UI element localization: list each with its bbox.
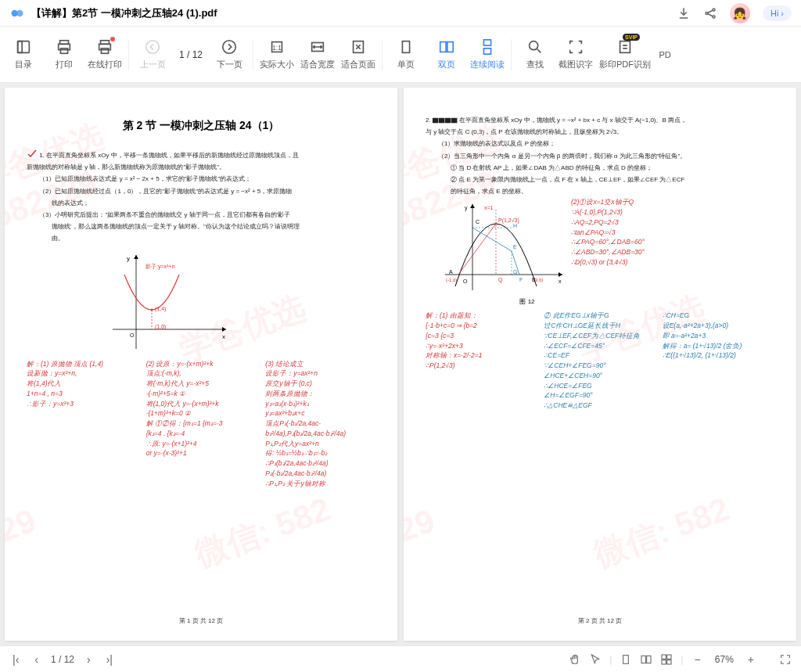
view-grid-icon[interactable] [660,653,673,666]
hw2-right: ∴CH=EG设E(a,-a²+2a+3),(a>0)即 a=-a²+2a+3解得… [663,311,774,411]
svg-text:G: G [513,269,517,275]
handwriting-1: 解：(1) 原抛物 顶点 (1,4)设新抛：y=x²+n,将(1,4)代入1+n… [27,359,375,489]
svg-text:(1,0): (1,0) [155,324,166,330]
svg-rect-20 [440,42,446,52]
share-icon[interactable] [703,6,717,20]
print-button[interactable]: 打印 [44,34,84,75]
last-page-icon[interactable]: ›| [103,652,116,667]
download-icon[interactable] [677,6,691,20]
toolbar: 目录 打印 在线打印 上一页 1 / 12 下一页 1:1 实际大小 适合宽度 … [0,27,801,83]
document-title: 【详解】第2节 一模冲刺之压轴24 (1).pdf [31,6,677,20]
page-footer-2: 第 2 页 共 12 页 [578,616,622,625]
view-single-icon[interactable] [620,653,632,666]
first-page-icon[interactable]: |‹ [9,652,22,667]
zoom-out-icon[interactable]: − [691,652,704,667]
toc-button[interactable]: 目录 [3,34,44,75]
svg-rect-63 [662,655,666,659]
print-icon [56,38,73,56]
actual-size-button[interactable]: 1:1 实际大小 [257,34,297,75]
svg-point-4 [713,16,715,18]
content-area: 学爸优选582229 学爸优选 229 微信: 582 第 2 节 一模冲刺之压… [0,83,801,645]
separator [253,39,253,70]
ocr-pdf-button[interactable]: SVIP 影印PDF识别 [596,34,654,75]
page-2: 学爸优选582229 学爸优选 229 微信: 582 2. ▇▇▇▇ 在平面直… [404,88,796,641]
single-page-icon [397,38,415,56]
fullscreen-icon[interactable] [779,653,792,666]
title-actions: 👧 Hi› [677,3,792,23]
svg-rect-9 [60,49,67,53]
svg-point-32 [151,308,153,311]
svg-rect-21 [447,42,453,52]
svg-point-3 [713,9,715,11]
watermark: 229 [404,501,440,555]
ocr-crop-icon [567,38,584,56]
svg-rect-60 [623,655,629,663]
hand-tool-icon[interactable] [569,653,581,666]
watermark: 微信: 582 [189,487,336,577]
separator [128,39,129,70]
view-double-icon[interactable] [640,653,652,666]
next-page-button[interactable]: 下一页 [209,34,250,75]
svg-text:(1,4): (1,4) [155,306,166,312]
sb-right: | | − 67% + [569,652,792,667]
zoom-in-icon[interactable]: + [745,652,757,667]
titlebar: 【详解】第2节 一模冲刺之压轴24 (1).pdf 👧 Hi› [0,0,801,27]
prev-page-icon[interactable]: ‹ [31,652,41,667]
single-page-button[interactable]: 单页 [386,34,426,75]
ocr-pdf-icon: SVIP [616,38,634,56]
next-icon [221,38,238,56]
problem-2: 2. ▇▇▇▇ 在平面直角坐标系 xOy 中，抛物线 y = −x² + bx … [426,114,774,197]
fit-width-button[interactable]: 适合宽度 [297,34,338,75]
svg-text:(3,0): (3,0) [533,278,543,282]
statusbar: |‹ ‹ 1 / 12 › ›| | | − 67% + [0,645,801,672]
svg-rect-12 [101,49,108,53]
svg-rect-64 [667,655,671,659]
svg-text:1:1: 1:1 [272,45,282,52]
svg-text:影子:y=x²+n: 影子:y=x²+n [145,264,174,270]
fit-page-icon [350,38,367,56]
double-page-button[interactable]: 双页 [426,34,467,75]
svg-rect-6 [18,41,23,53]
problem-1: 1. 在平面直角坐标系 xOy 中，平移一条抛物线，如果平移后的新抛物线经过原抛… [27,149,375,245]
hw2-left: 解：(1) 由题知：{-1-b+c=0 ⇒ {b=2{c=3 {c=3∴y=-x… [426,311,537,411]
svg-point-2 [706,12,708,14]
next-page-icon[interactable]: › [84,652,94,667]
svg-point-24 [530,41,538,50]
cloud-logo [9,5,25,21]
pd-button[interactable]: PD [654,45,676,64]
svg-text:x: x [222,333,225,340]
svg-point-1 [16,9,23,16]
actual-size-icon: 1:1 [268,38,286,56]
online-print-button[interactable]: 在线打印 [84,34,125,75]
hw-col-3: (3) 结论成立设影子：y=ax²+n原交y轴于 (0,c)则两条原抛物：y₁=… [265,359,375,489]
hw-right-top: (2)①设x=1交x轴于Q∵A(-1,0),P(1,2√3)∴AQ=2,PQ=2… [571,197,774,306]
continuous-read-button[interactable]: 连续阅读 [467,34,508,75]
sb-nav: |‹ ‹ 1 / 12 › ›| [9,652,116,667]
graph-1: xyO (1,4) (1,0) 影子:y=x²+n [105,251,230,353]
ocr-crop-button[interactable]: 截图识字 [555,34,596,75]
select-tool-icon[interactable] [589,653,602,666]
svg-rect-25 [620,41,630,53]
svg-text:C: C [476,219,480,225]
svg-rect-62 [647,656,651,663]
sb-page[interactable]: 1 / 12 [51,654,74,665]
avatar[interactable]: 👧 [730,3,750,23]
svg-text:y: y [127,255,130,262]
svg-text:x: x [559,279,562,284]
svg-rect-61 [641,656,645,663]
separator [511,39,512,70]
double-page-icon [438,38,455,56]
handwriting-2: 解：(1) 由题知：{-1-b+c=0 ⇒ {b=2{c=3 {c=3∴y=-x… [426,311,774,411]
fit-page-button[interactable]: 适合页面 [338,34,379,75]
continuous-icon [479,38,496,56]
watermark: 229 [5,501,41,555]
search-button[interactable]: 查找 [515,34,555,75]
page-indicator[interactable]: 1 / 12 [179,49,203,60]
toc-icon [15,38,32,56]
zoom-pct[interactable]: 67% [715,654,734,665]
hi-button[interactable]: Hi› [763,5,792,21]
graph-2: Oxy A(-1,0) B(3,0) C x=1 P(1,2√3) Q [441,200,566,294]
svg-rect-66 [667,659,671,663]
prev-page-button[interactable]: 上一页 [132,34,173,75]
hw2-mid: ② 此E作EG⊥x轴于G过C作CH⊥GE延长线于H∵CE⊥EF,∠CEF为△CE… [544,311,656,411]
